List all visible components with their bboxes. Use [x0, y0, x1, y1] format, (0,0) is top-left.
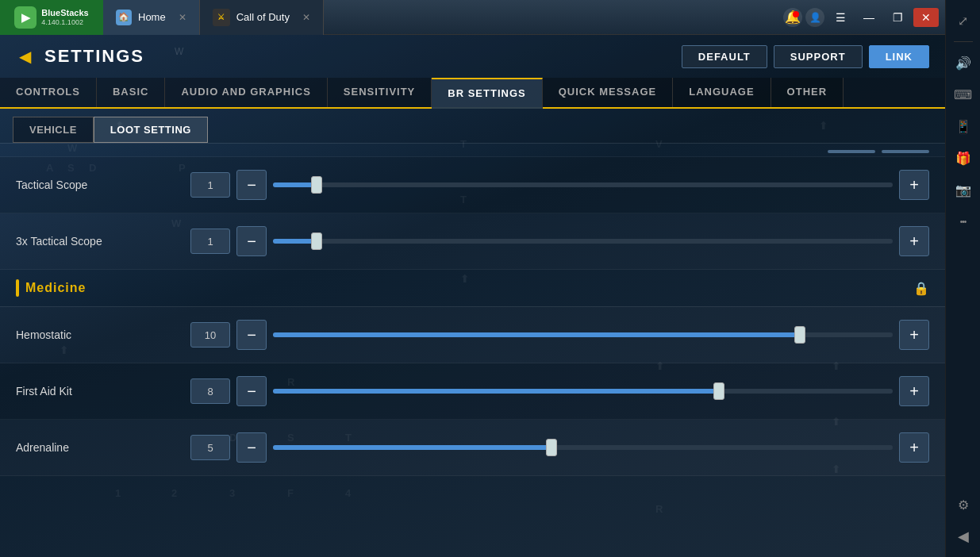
adrenaline-value: 5 — [190, 435, 230, 460]
subtab-loot-setting[interactable]: LOOT SETTING — [94, 117, 208, 143]
first-aid-kit-row: First Aid Kit 8 − + — [0, 363, 945, 420]
settings-back-icon[interactable]: ◀ — [13, 44, 37, 68]
bs-icon: ▶ — [14, 6, 37, 29]
medicine-section-title: Medicine — [25, 281, 86, 295]
first-aid-kit-controls: 8 − + — [190, 376, 929, 406]
hemostatic-slider[interactable] — [273, 332, 893, 337]
adrenaline-controls: 5 − + — [190, 432, 929, 463]
3x-tactical-scope-plus[interactable]: + — [899, 226, 929, 256]
hemostatic-minus[interactable]: − — [236, 320, 267, 350]
settings-area: W A S D ⬆ P T V ⬆ W S D T ⬆ ⬆ R R ⬆ ⬆ F … — [0, 35, 945, 557]
tab-quick-message[interactable]: QUICK MESSAGE — [543, 78, 674, 107]
3x-tactical-scope-minus[interactable]: − — [236, 226, 267, 256]
medicine-section-icon: 🔒 — [913, 281, 929, 296]
cod-tab-label: Call of Duty — [236, 11, 290, 23]
first-aid-kit-plus[interactable]: + — [899, 376, 929, 406]
adrenaline-slider[interactable] — [273, 445, 893, 450]
camera-sidebar-btn[interactable]: 📷 — [949, 175, 978, 204]
gear-sidebar-btn[interactable]: ⚙ — [949, 490, 978, 519]
content-area: Tactical Scope 1 − + 3x Tactical Scope 1… — [0, 143, 945, 557]
home-tab-close[interactable]: ✕ — [179, 12, 186, 23]
tactical-scope-value: 1 — [190, 172, 230, 198]
hemostatic-row: W Hemostatic 10 − + — [0, 307, 945, 363]
app-version: 4.140.1.1002 — [41, 18, 88, 26]
expand-sidebar-btn[interactable]: ⤢ — [949, 6, 978, 35]
restore-button[interactable]: ❐ — [885, 8, 910, 27]
window-controls: 🔔 👤 ☰ — ❐ ✕ — [783, 8, 945, 27]
medicine-section-indicator — [16, 279, 19, 297]
tactical-scope-plus[interactable]: + — [899, 170, 929, 200]
first-aid-kit-minus[interactable]: − — [236, 376, 267, 406]
tactical-scope-minus[interactable]: − — [236, 170, 267, 200]
hemostatic-value: 10 — [190, 322, 230, 348]
home-tab-label: Home — [138, 11, 166, 23]
right-sidebar: ⤢ 🔊 ⌨ 📱 🎁 📷 ••• ⚙ ◀ — [945, 0, 980, 557]
more-sidebar-btn[interactable]: ••• — [949, 207, 978, 236]
tab-br-settings[interactable]: BR SETTINGS — [432, 78, 542, 109]
hemostatic-plus[interactable]: + — [899, 320, 929, 350]
default-button[interactable]: DEFAULT — [682, 45, 767, 68]
cod-tab-close[interactable]: ✕ — [302, 12, 310, 23]
first-aid-kit-slider[interactable] — [273, 389, 893, 394]
tab-language[interactable]: LANGUAGE — [673, 78, 771, 107]
app-name: BlueStacks — [41, 8, 88, 18]
adrenaline-minus[interactable]: − — [236, 432, 267, 463]
adrenaline-row: Adrenaline 5 − + — [0, 420, 945, 476]
tab-controls[interactable]: CONTROLS — [0, 78, 97, 107]
settings-title-text: SETTINGS — [44, 46, 144, 67]
sub-tabs: VEHICLE LOOT SETTING — [0, 109, 945, 143]
adrenaline-plus[interactable]: + — [899, 432, 929, 463]
sidebar-divider-1 — [954, 41, 973, 42]
cod-tab-icon: ⚔ — [213, 9, 230, 26]
settings-title-group: ◀ SETTINGS — [13, 44, 144, 68]
account-button[interactable]: 👤 — [805, 8, 824, 27]
3x-tactical-scope-value: 1 — [190, 229, 230, 254]
title-bar: ▶ BlueStacks 4.140.1.1002 🏠 Home ✕ ⚔ Cal… — [0, 0, 945, 35]
minimize-button[interactable]: — — [856, 8, 882, 27]
3x-tactical-scope-controls: 1 − + — [190, 226, 929, 256]
3x-tactical-scope-row: 3x Tactical Scope 1 − + — [0, 213, 945, 270]
tab-cod[interactable]: ⚔ Call of Duty ✕ — [200, 0, 324, 35]
home-tab-icon: 🏠 — [116, 10, 132, 25]
settings-header-buttons: DEFAULT SUPPORT LINK — [682, 45, 929, 68]
bluestacks-logo: ▶ BlueStacks 4.140.1.1002 — [0, 0, 103, 35]
tab-home[interactable]: 🏠 Home ✕ — [103, 0, 200, 35]
tactical-scope-label: Tactical Scope — [16, 179, 190, 191]
adrenaline-label: Adrenaline — [16, 441, 190, 454]
3x-tactical-scope-label: 3x Tactical Scope — [16, 235, 190, 248]
tab-sensitivity[interactable]: SENSITIVITY — [328, 78, 432, 107]
tab-basic[interactable]: BASIC — [97, 78, 165, 107]
first-aid-kit-label: First Aid Kit — [16, 385, 190, 398]
3x-tactical-scope-slider[interactable] — [273, 239, 893, 244]
tactical-scope-slider[interactable] — [273, 182, 893, 187]
first-aid-kit-value: 8 — [190, 378, 230, 404]
link-button[interactable]: LINK — [869, 45, 929, 68]
support-button[interactable]: SUPPORT — [774, 45, 863, 68]
menu-button[interactable]: ☰ — [828, 8, 853, 27]
tab-audio-graphics[interactable]: AUDIO AND GRAPHICS — [165, 78, 327, 107]
close-button[interactable]: ✕ — [913, 8, 939, 27]
settings-header: ◀ SETTINGS DEFAULT SUPPORT LINK — [0, 35, 945, 78]
hemostatic-controls: 10 − + — [190, 320, 929, 350]
hemostatic-label: Hemostatic — [16, 328, 190, 341]
tactical-scope-row: Tactical Scope 1 − + — [0, 157, 945, 213]
keyboard-sidebar-btn[interactable]: ⌨ — [949, 80, 978, 109]
gift-sidebar-btn[interactable]: 🎁 — [949, 144, 978, 172]
volume-sidebar-btn[interactable]: 🔊 — [949, 48, 978, 77]
gamepad-sidebar-btn[interactable]: 📱 — [949, 112, 978, 140]
subtab-vehicle[interactable]: VEHICLE — [13, 117, 94, 143]
medicine-section-header: Medicine 🔒 — [0, 270, 945, 307]
tactical-scope-controls: 1 − + — [190, 170, 929, 200]
tab-other[interactable]: OTHER — [771, 78, 844, 107]
notification-button[interactable]: 🔔 — [783, 8, 802, 27]
back-sidebar-btn[interactable]: ◀ — [949, 522, 978, 551]
nav-tabs: CONTROLS BASIC AUDIO AND GRAPHICS SENSIT… — [0, 78, 945, 109]
